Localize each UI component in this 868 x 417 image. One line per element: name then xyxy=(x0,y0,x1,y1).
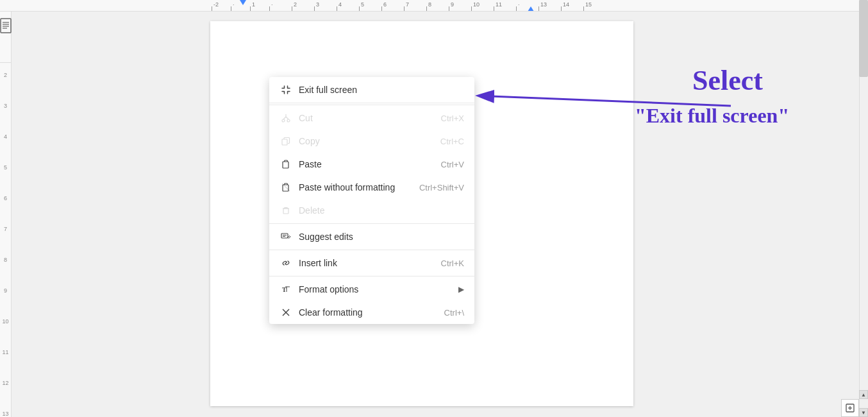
left-ruler-label: 2 xyxy=(4,72,7,78)
delete-label: Delete xyxy=(299,205,464,216)
left-ruler-label: 5 xyxy=(4,164,7,171)
svg-point-5 xyxy=(282,119,285,122)
ruler-mark: 8 xyxy=(426,0,449,12)
svg-rect-15 xyxy=(281,234,288,238)
left-ruler-label: 4 xyxy=(4,133,7,140)
menu-divider-3 xyxy=(269,250,474,250)
svg-line-8 xyxy=(286,117,288,119)
scrollbar-thumb[interactable] xyxy=(859,0,868,77)
menu-item-suggest-edits[interactable]: Suggest edits xyxy=(269,225,474,248)
left-ruler-label: 11 xyxy=(2,349,8,355)
fullscreen-exit-icon xyxy=(280,83,292,96)
ruler-mark: 2 xyxy=(292,0,314,12)
menu-item-copy: Copy Ctrl+C xyxy=(269,130,474,153)
ruler-mark: 10 xyxy=(471,0,494,12)
svg-rect-14 xyxy=(283,208,288,214)
left-ruler-label: 7 xyxy=(4,226,7,232)
link-icon xyxy=(280,257,292,269)
svg-rect-10 xyxy=(282,139,287,145)
copy-label: Copy xyxy=(299,136,440,146)
format-options-arrow: ▶ xyxy=(458,285,464,294)
left-ruler-label: 12 xyxy=(2,380,8,386)
ruler-mark: 11 xyxy=(494,0,516,12)
left-ruler-label: 3 xyxy=(4,103,7,109)
paste-without-formatting-label: Paste without formatting xyxy=(299,182,419,192)
top-ruler: -2 · 1 · 2 3 4 5 xyxy=(0,0,859,12)
ruler-mark: 6 xyxy=(381,0,404,12)
menu-item-delete: Delete xyxy=(269,199,474,222)
ruler-mark: 15 xyxy=(583,0,606,12)
delete-icon xyxy=(280,204,292,217)
scrollbar-arrow-down[interactable]: ▼ xyxy=(859,408,868,417)
left-ruler-label: 8 xyxy=(4,257,7,263)
exit-full-screen-label: Exit full screen xyxy=(299,85,464,95)
ruler-mark: 9 xyxy=(449,0,471,12)
ruler-numbers: -2 · 1 · 2 3 4 5 xyxy=(212,0,606,12)
ruler-mark: · xyxy=(231,0,250,12)
ruler-mark: · xyxy=(269,0,292,12)
clear-formatting-label: Clear formatting xyxy=(299,307,444,318)
svg-line-7 xyxy=(283,117,286,119)
paste-without-formatting-shortcut: Ctrl+Shift+V xyxy=(419,183,464,192)
bottom-right-button[interactable] xyxy=(841,399,859,417)
cut-shortcut: Ctrl+X xyxy=(441,114,464,123)
format-options-label: Format options xyxy=(299,284,453,294)
svg-point-6 xyxy=(287,119,290,122)
ruler-triangle-down xyxy=(240,0,246,5)
ruler-mark: · xyxy=(516,0,538,12)
menu-item-paste[interactable]: Paste Ctrl+V xyxy=(269,153,474,176)
ruler-mark: -2 xyxy=(212,0,231,12)
left-ruler-label: 6 xyxy=(4,195,7,201)
ruler-triangle-up xyxy=(528,6,534,12)
menu-divider-2 xyxy=(269,223,474,224)
ruler-mark: 3 xyxy=(314,0,337,12)
paste-icon xyxy=(280,158,292,171)
svg-line-18 xyxy=(285,262,287,264)
ruler-mark: 4 xyxy=(337,0,359,12)
insert-link-label: Insert link xyxy=(299,258,441,268)
cut-icon xyxy=(280,112,292,124)
ruler-mark: 14 xyxy=(561,0,583,12)
menu-divider-4 xyxy=(269,276,474,277)
left-ruler-label: 10 xyxy=(2,318,8,325)
document-icon xyxy=(0,18,12,37)
scrollbar-track: ▲ ▼ xyxy=(859,0,868,417)
menu-item-format-options[interactable]: T Format options ▶ xyxy=(269,278,474,301)
menu-item-cut: Cut Ctrl+X xyxy=(269,106,474,130)
paste-label: Paste xyxy=(299,159,441,169)
clear-formatting-shortcut: Ctrl+\ xyxy=(444,308,464,318)
menu-item-paste-without-formatting[interactable]: Paste without formatting Ctrl+Shift+V xyxy=(269,176,474,199)
svg-rect-12 xyxy=(283,185,288,191)
expand-icon xyxy=(846,404,855,413)
format-options-icon: T xyxy=(280,283,292,296)
menu-item-clear-formatting[interactable]: Clear formatting Ctrl+\ xyxy=(269,301,474,324)
left-ruler-label: 13 xyxy=(2,411,8,417)
scrollbar-arrow-up[interactable]: ▲ xyxy=(859,390,868,399)
ruler-mark: 7 xyxy=(404,0,426,12)
suggest-edits-icon xyxy=(280,230,292,243)
copy-shortcut: Ctrl+C xyxy=(440,137,464,146)
svg-rect-11 xyxy=(283,162,288,168)
suggest-edits-label: Suggest edits xyxy=(299,232,464,242)
svg-text:T: T xyxy=(282,286,287,293)
svg-rect-0 xyxy=(1,19,11,33)
menu-divider-1 xyxy=(269,105,474,105)
ruler-mark: 5 xyxy=(359,0,381,12)
left-ruler: 2 3 4 5 6 7 8 9 10 11 12 13 xyxy=(0,12,12,417)
cut-label: Cut xyxy=(299,113,441,123)
context-menu: Exit full screen Cut Ctrl+X Copy Ctrl+C xyxy=(269,77,474,324)
copy-icon xyxy=(280,135,292,148)
menu-item-exit-full-screen[interactable]: Exit full screen xyxy=(269,77,474,103)
left-ruler-label: 9 xyxy=(4,287,7,294)
clear-formatting-icon xyxy=(280,306,292,319)
menu-item-insert-link[interactable]: Insert link Ctrl+K xyxy=(269,251,474,275)
insert-link-shortcut: Ctrl+K xyxy=(441,259,464,268)
ruler-mark: 13 xyxy=(538,0,561,12)
paste-shortcut: Ctrl+V xyxy=(441,160,464,169)
ruler-mark: 1 xyxy=(250,0,269,12)
paste-plain-icon xyxy=(280,181,292,194)
